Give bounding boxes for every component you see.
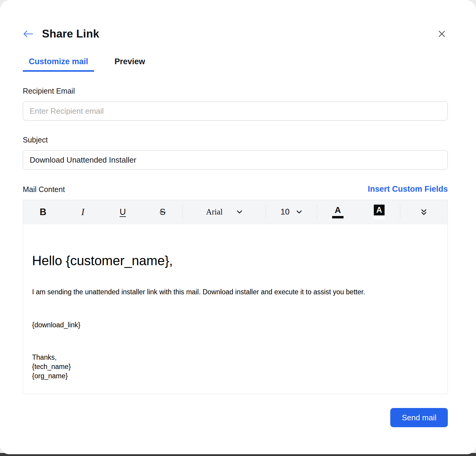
mail-content-label: Mail Content — [23, 185, 65, 194]
font-color-button[interactable]: A — [317, 200, 358, 224]
tab-bar: Customize mail Preview — [23, 57, 448, 72]
close-icon[interactable] — [436, 28, 448, 40]
underline-icon: U — [120, 207, 126, 217]
send-mail-button[interactable]: Send mail — [390, 408, 448, 427]
back-arrow-icon[interactable] — [23, 30, 34, 38]
tab-customize-mail[interactable]: Customize mail — [23, 57, 94, 72]
underline-button[interactable]: U — [103, 200, 143, 224]
bold-icon: B — [40, 207, 46, 218]
recipient-email-input[interactable] — [23, 101, 448, 121]
dialog-header: Share Link — [23, 27, 448, 41]
recipient-email-label: Recipient Email — [23, 87, 448, 95]
tab-customize-mail-label: Customize mail — [29, 57, 88, 66]
mail-content-row: Mail Content Insert Custom Fields — [23, 184, 448, 194]
chevron-down-icon — [296, 210, 302, 214]
font-size-dropdown[interactable]: 10 — [266, 200, 317, 224]
mail-download-link-token: {download_link} — [32, 321, 439, 329]
font-family-dropdown[interactable]: Arial — [183, 200, 266, 224]
bold-button[interactable]: B — [23, 200, 63, 224]
mail-body-editor[interactable]: Hello {customer_name}, I am sending the … — [23, 224, 448, 394]
italic-icon: I — [81, 207, 84, 218]
signature-line: {tech_name} — [32, 362, 439, 371]
mail-editor: B I U S Arial 10 — [23, 200, 448, 394]
mail-greeting: Hello {customer_name}, — [32, 252, 439, 269]
highlight-color-icon: A — [373, 205, 385, 219]
share-link-dialog: Share Link Customize mail Preview Recipi… — [0, 0, 476, 454]
mail-paragraph: I am sending the unattended installer li… — [32, 287, 439, 297]
dialog-footer: Send mail — [23, 408, 448, 427]
highlight-color-button[interactable]: A — [358, 200, 400, 224]
strikethrough-button[interactable]: S — [143, 200, 183, 224]
mail-signature: Thanks, {tech_name} {org_name} — [32, 353, 439, 381]
tab-preview-label: Preview — [115, 57, 145, 66]
font-size-value: 10 — [281, 207, 290, 217]
signature-line: {org_name} — [32, 371, 439, 381]
toolbar-expand-button[interactable] — [400, 200, 448, 224]
italic-button[interactable]: I — [63, 200, 103, 224]
signature-line: Thanks, — [32, 353, 439, 362]
font-color-icon: A — [332, 206, 344, 218]
font-family-value: Arial — [206, 207, 222, 217]
chevron-down-icon — [237, 210, 242, 214]
page-title: Share Link — [42, 28, 99, 40]
insert-custom-fields-link[interactable]: Insert Custom Fields — [368, 184, 448, 194]
subject-input[interactable] — [23, 150, 448, 170]
strikethrough-icon: S — [160, 207, 165, 217]
editor-toolbar: B I U S Arial 10 — [23, 200, 448, 224]
tab-preview[interactable]: Preview — [109, 57, 151, 72]
double-chevron-down-icon — [420, 208, 427, 216]
subject-label: Subject — [23, 136, 448, 144]
